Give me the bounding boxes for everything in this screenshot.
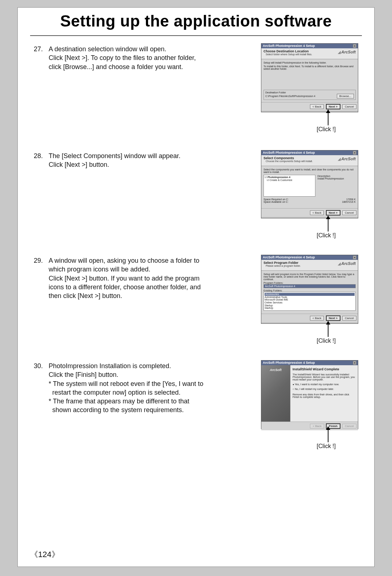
step-30-note1: * The system will not reboot even if the… <box>49 380 203 387</box>
finish-body1: The InstallShield Wizard has successfull… <box>293 373 356 381</box>
step-28-line2: Click [Next >] button. <box>49 161 109 168</box>
list-item[interactable]: Accessories <box>265 293 355 296</box>
comp-1: PhotoImpression 4 <box>268 176 290 178</box>
list-item[interactable]: Microsoft Global IME <box>265 298 355 301</box>
back-button[interactable]: < Back <box>310 210 324 215</box>
step-30-note1b: restart the computer now] option is sele… <box>49 389 180 396</box>
arcsoft-logo: ArcSoft <box>338 50 356 54</box>
desc-text: Install PhotoImpression <box>318 177 356 180</box>
pf-label: Program Folders: <box>264 282 356 284</box>
browse-button[interactable]: Browse... <box>337 94 354 98</box>
installer-window-30: ArcSoft PhotoImpression 4 Setup× ArcSoft… <box>261 360 358 429</box>
desc-label: Description <box>318 175 356 177</box>
comp-2: Create & Customize <box>270 179 293 181</box>
arrow-icon <box>328 324 328 337</box>
page-number-value: 124 <box>38 550 52 559</box>
cancel-button[interactable]: Cancel <box>342 316 356 321</box>
back-button[interactable]: < Back <box>310 104 324 109</box>
step-29-line1: A window will open, asking you to choose… <box>49 257 199 264</box>
next-button[interactable]: Next > <box>326 315 340 321</box>
body-text-1: Select the components you want to instal… <box>264 168 356 173</box>
arrow-icon <box>328 429 328 442</box>
close-icon[interactable]: × <box>353 255 356 259</box>
finish-body2: Remove any disks from their drives, and … <box>293 393 356 398</box>
body-text-2: To install to this folder, click Next. T… <box>264 65 356 70</box>
space-avl-value: 18657216 K <box>342 201 356 203</box>
step-30-note2: * The frame that appears may be differen… <box>49 398 189 405</box>
installer-window-28: ArcSoft PhotoImpression 4 Setup× Select … <box>261 150 358 218</box>
list-item[interactable]: Administrative Tools <box>265 296 355 299</box>
step-30-note2b: shown according to the system requiremen… <box>49 406 184 414</box>
step-30-line2: Click the [Finish] button. <box>49 371 118 378</box>
list-item[interactable]: Startup <box>265 304 355 307</box>
arcsoft-logo: ArcSoft <box>261 365 290 422</box>
arrow-icon <box>328 218 328 231</box>
step-29-line5: then click [Next >] button. <box>49 292 122 299</box>
arrow-icon <box>328 112 328 125</box>
arcsoft-logo: ArcSoft <box>338 261 356 266</box>
step-30-line1: PhotoImpression Installation is complete… <box>49 362 171 370</box>
titlebar-text: ArcSoft PhotoImpression 4 Setup <box>263 361 315 365</box>
radio-restart-no[interactable]: No, I will restart my computer later. <box>293 388 356 390</box>
body-text-1: Setup will add program icons to the Prog… <box>264 273 356 281</box>
step-29-line2: which program icons will be added. <box>49 266 150 273</box>
step-27-num: 27. <box>34 45 47 53</box>
step-29: 29. A window will open, asking you to ch… <box>34 256 230 300</box>
ef-label: Existing Folders: <box>264 289 356 292</box>
close-icon[interactable]: × <box>353 151 356 155</box>
step-30: 30. PhotoImpression Installation is comp… <box>34 362 230 415</box>
step-29-line3: Click [Next >] button. If you want to ad… <box>49 275 200 282</box>
step-30-num: 30. <box>34 362 47 370</box>
step-27-line3: click [Browse...] and choose a folder yo… <box>49 63 183 71</box>
step-27: 27. A destination selection window will … <box>34 45 230 71</box>
titlebar: ArcSoft PhotoImpression 4 Setup × <box>261 44 358 48</box>
space-req-label: Space Required on C: <box>264 198 289 201</box>
titlebar-text: ArcSoft PhotoImpression 4 Setup <box>263 255 315 259</box>
back-button[interactable]: < Back <box>310 316 324 321</box>
list-item[interactable]: StartUp <box>265 307 355 310</box>
step-28: 28. The [Select Components] window will … <box>34 152 230 169</box>
space-avl-label: Space Available on C: <box>264 201 288 203</box>
radio-restart-yes[interactable]: Yes, I want to restart my computer now. <box>293 383 356 386</box>
dest-path: C:\Program Files\ArcSoft\PhotoImpression… <box>265 95 315 97</box>
click-caption-29: [Click !] <box>317 338 336 344</box>
step-28-num: 28. <box>34 152 47 160</box>
program-folder-input[interactable]: ArcSoft PhotoImpression 4 <box>264 284 356 288</box>
next-button[interactable]: Next > <box>326 104 340 109</box>
step-29-num: 29. <box>34 256 47 265</box>
dest-label: Destination Folder <box>265 91 354 94</box>
title-rule <box>30 35 362 36</box>
component-list[interactable]: ☑ PhotoImpression 4 ☑ Create & Customize <box>264 175 315 197</box>
cancel-button: Cancel <box>342 424 356 428</box>
body-text-1: Setup will install PhotoImpression in th… <box>264 61 356 64</box>
list-item[interactable]: Online Services <box>265 301 355 304</box>
finish-title: InstallShield Wizard Complete <box>293 367 356 371</box>
step-27-line2: Click [Next >]. To copy to the files to … <box>49 54 196 61</box>
step-28-line1: The [Select Components] window will appe… <box>49 152 180 160</box>
close-icon[interactable]: × <box>353 361 356 365</box>
step-29-line4: icons to a different folder, choose anot… <box>49 283 201 291</box>
cancel-button[interactable]: Cancel <box>342 210 356 215</box>
titlebar-text: ArcSoft PhotoImpression 4 Setup <box>263 44 315 48</box>
existing-folders-list[interactable]: Accessories Administrative Tools Microso… <box>264 292 356 311</box>
next-button[interactable]: Next > <box>326 210 340 216</box>
space-req-value: 17958 K <box>346 198 356 201</box>
installer-window-29: ArcSoft PhotoImpression 4 Setup× Select … <box>261 255 358 324</box>
cancel-button[interactable]: Cancel <box>342 104 356 109</box>
page-title: Setting up the application software <box>18 12 374 30</box>
arcsoft-logo: ArcSoft <box>338 157 356 161</box>
click-caption-28: [Click !] <box>317 232 336 239</box>
page-number: 《124》 <box>30 549 60 560</box>
back-button: < Back <box>310 424 324 428</box>
step-27-line1: A destination selection window will open… <box>49 45 166 53</box>
click-caption-27: [Click !] <box>317 126 336 133</box>
close-icon[interactable]: × <box>353 44 356 48</box>
click-caption-30: [Click !] <box>317 443 336 450</box>
titlebar-text: ArcSoft PhotoImpression 4 Setup <box>263 151 315 155</box>
installer-window-27: ArcSoft PhotoImpression 4 Setup × Choose… <box>261 43 358 112</box>
